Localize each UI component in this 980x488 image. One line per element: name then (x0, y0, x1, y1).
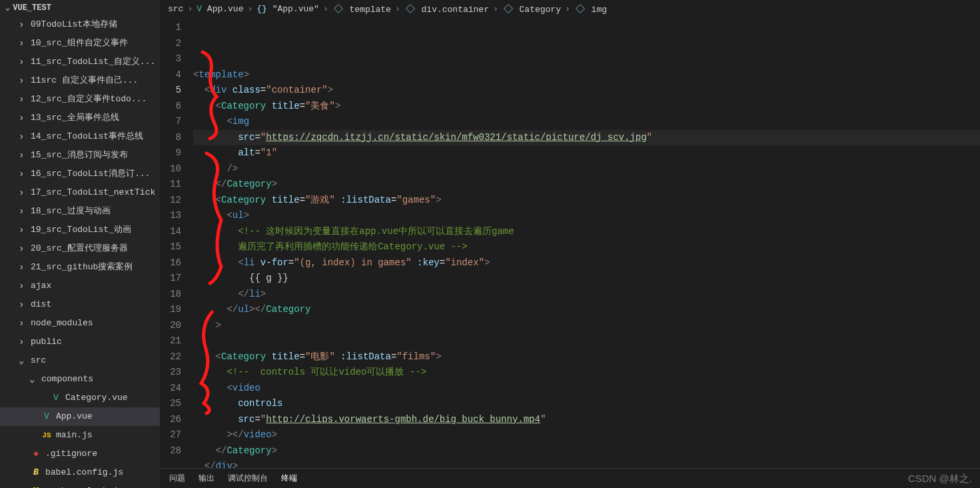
tree-item[interactable]: ›dist (0, 295, 160, 314)
chevron-icon: › (19, 203, 27, 219)
line-number: 15 (160, 239, 181, 255)
tree-item[interactable]: Bbabel.config.js (0, 463, 160, 482)
code-line[interactable]: alt="1" (193, 145, 980, 161)
code-line[interactable]: <Category title="美食"> (193, 99, 980, 115)
code-line[interactable]: <!-- 这时候因为变量直接在app.vue中所以可以直接去遍历game (193, 224, 980, 240)
explorer-header[interactable]: ⌄ VUE_TEST (0, 0, 160, 15)
code-line[interactable] (193, 333, 980, 349)
panel-tab[interactable]: 问题 (169, 473, 185, 484)
tree-item[interactable]: ›16_src_TodoList消息订... (0, 165, 160, 183)
line-number: 2 (160, 36, 181, 52)
panel-tab[interactable]: 输出 (199, 473, 215, 484)
tree-item[interactable]: {}package-lock.json (0, 482, 160, 488)
breadcrumb-separator: › (187, 4, 193, 14)
line-number: 16 (160, 255, 181, 271)
breadcrumb-item[interactable]: div.container (404, 3, 489, 15)
line-number-gutter: 1234567891011121314151617181920212223242… (160, 17, 193, 468)
breadcrumb-separator: › (323, 4, 328, 14)
cube-icon (576, 4, 585, 13)
code-line[interactable]: > (193, 318, 980, 334)
code-line[interactable]: </Category> (193, 443, 980, 459)
breadcrumb-item[interactable]: template (332, 3, 391, 15)
line-number: 11 (160, 177, 181, 193)
line-number: 5 (160, 83, 181, 99)
tree-item[interactable]: ›12_src_自定义事件todo... (0, 90, 160, 109)
panel-tab[interactable]: 调试控制台 (228, 473, 268, 484)
tree-item[interactable]: ›21_src_github搜索案例 (0, 258, 160, 277)
code-line[interactable]: 遍历完了再利用插槽的功能传递给Category.vue --> (193, 239, 980, 255)
tree-item[interactable]: ›node_modules (0, 314, 160, 333)
tree-item[interactable]: ›ajax (0, 277, 160, 295)
tree-item[interactable]: VApp.vue (0, 407, 160, 426)
code-line[interactable]: /> (193, 161, 980, 177)
code-line[interactable]: <img (193, 114, 980, 130)
code-content[interactable]: <template> <div class="container"> <Cate… (193, 17, 980, 468)
tree-item-label: 15_src_消息订阅与发布 (31, 147, 128, 163)
line-number: 26 (160, 412, 181, 428)
tree-item-label: 17_src_TodoList_nextTick (31, 185, 155, 201)
tree-item[interactable]: ›17_src_TodoList_nextTick (0, 183, 160, 202)
tree-item[interactable]: ⌄src (0, 351, 160, 370)
tree-item[interactable]: ◈.gitignore (0, 445, 160, 463)
line-number: 7 (160, 114, 181, 130)
code-line[interactable]: <Category title="电影" :listData="films"> (193, 349, 980, 365)
chevron-icon: › (19, 241, 27, 257)
tree-item[interactable]: ›19_src_TodoList_动画 (0, 221, 160, 239)
line-number: 22 (160, 349, 181, 365)
chevron-icon: › (19, 17, 27, 33)
code-editor[interactable]: 1234567891011121314151617181920212223242… (160, 17, 980, 468)
code-line[interactable]: <li v-for="(g, index) in games" :key="in… (193, 255, 980, 271)
line-number: 28 (160, 443, 181, 459)
tree-item[interactable]: ›18_src_过度与动画 (0, 202, 160, 221)
breadcrumb-item[interactable]: V App.vue (197, 4, 243, 14)
code-line[interactable]: <ul> (193, 208, 980, 224)
code-line[interactable]: src="http://clips.vorwaerts-gmbh.de/big_… (193, 412, 980, 428)
line-number: 25 (160, 396, 181, 412)
breadcrumb: src›V App.vue›{} "App.vue"› template› di… (160, 0, 980, 17)
breadcrumb-item[interactable]: img (574, 3, 607, 15)
tree-item[interactable]: ›public (0, 333, 160, 351)
code-line[interactable]: src="https://zqcdn.itzjj.cn/static/skin/… (193, 130, 980, 146)
code-line[interactable]: <Category title="游戏" :listData="games"> (193, 193, 980, 209)
tree-item[interactable]: ›10_src_组件自定义事件 (0, 34, 160, 53)
tree-item-label: dist (31, 297, 51, 313)
tree-item[interactable]: ›15_src_消息订阅与发布 (0, 146, 160, 165)
code-line[interactable]: </Category> (193, 177, 980, 193)
code-line[interactable]: </div> (193, 459, 980, 468)
breadcrumb-item[interactable]: Category (502, 3, 561, 15)
line-number: 24 (160, 381, 181, 397)
tree-item[interactable]: JSmain.js (0, 426, 160, 445)
code-line[interactable]: <video (193, 381, 980, 397)
chevron-icon: ⌄ (29, 371, 37, 387)
tree-item[interactable]: ›20_src_配置代理服务器 (0, 239, 160, 258)
code-line[interactable]: </li> (193, 287, 980, 303)
code-line[interactable]: controls (193, 396, 980, 412)
tree-item[interactable]: ›11src 自定义事件自己... (0, 71, 160, 90)
tree-item[interactable]: ›14_src_TodoList事件总线 (0, 127, 160, 146)
tree-item-label: 14_src_TodoList事件总线 (31, 129, 143, 145)
tree-item[interactable]: ›13_src_全局事件总线 (0, 109, 160, 127)
tree-item-label: public (31, 334, 62, 350)
code-line[interactable]: </ul></Category (193, 302, 980, 318)
code-line[interactable]: ></video> (193, 427, 980, 443)
cube-icon (406, 4, 415, 13)
tree-item[interactable]: ›11_src_TodoList_自定义... (0, 53, 160, 71)
tree-item-label: 12_src_自定义事件todo... (31, 91, 147, 107)
breadcrumb-item[interactable]: {} "App.vue" (256, 4, 319, 14)
panel-tab[interactable]: 终端 (281, 473, 297, 484)
tree-item-label: 18_src_过度与动画 (31, 203, 111, 219)
tree-item[interactable]: VCategory.vue (0, 389, 160, 407)
code-line[interactable]: <template> (193, 67, 980, 83)
tree-item-label: babel.config.js (45, 465, 123, 481)
chevron-icon: › (19, 185, 27, 201)
code-line[interactable]: <div class="container"> (193, 83, 980, 99)
code-line[interactable]: <!-- controls 可以让video可以播放 --> (193, 365, 980, 381)
code-line[interactable]: {{ g }} (193, 271, 980, 287)
tree-item[interactable]: ⌄components (0, 370, 160, 389)
tree-item[interactable]: ›09TodoList本地存储 (0, 15, 160, 34)
project-title: VUE_TEST (13, 3, 51, 13)
cube-icon (334, 4, 343, 13)
breadcrumb-item[interactable]: src (168, 4, 183, 14)
line-number: 13 (160, 208, 181, 224)
line-number: 19 (160, 302, 181, 318)
